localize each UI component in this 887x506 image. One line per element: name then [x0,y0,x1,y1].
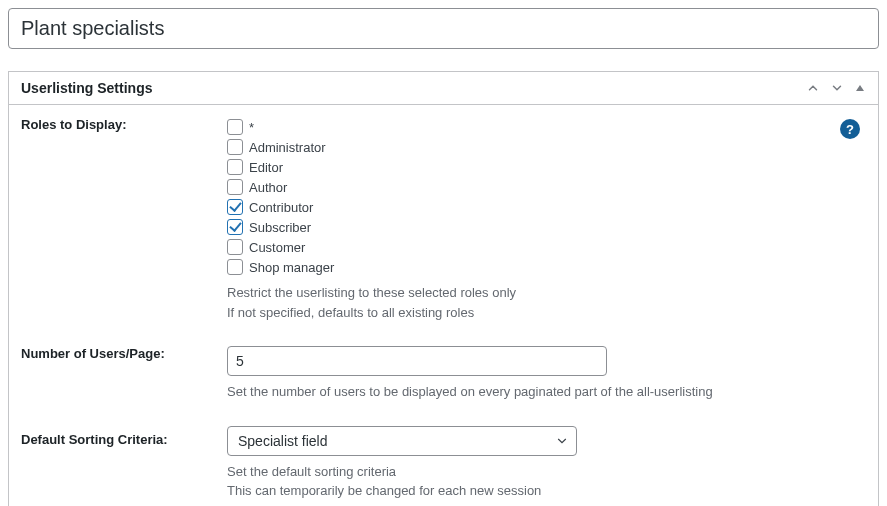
role-item: Subscriber [227,217,866,237]
role-item: * [227,117,866,137]
chevron-up-icon[interactable] [806,81,820,95]
panel-title: Userlisting Settings [21,80,806,96]
role-label[interactable]: Customer [249,240,305,255]
role-item: Contributor [227,197,866,217]
svg-marker-0 [856,85,864,91]
role-item: Administrator [227,137,866,157]
roles-hint-line1: Restrict the userlisting to these select… [227,285,516,300]
role-checkbox-editor[interactable] [227,159,243,175]
roles-content: * Administrator Editor Author Contributo… [227,117,866,322]
role-label[interactable]: Subscriber [249,220,311,235]
role-label[interactable]: Contributor [249,200,313,215]
role-item: Author [227,177,866,197]
title-box: Plant specialists [8,8,879,49]
sorting-row: Default Sorting Criteria: Specialist fie… [21,426,866,501]
sorting-hint-line2: This can temporarily be changed for each… [227,483,541,498]
chevron-down-icon[interactable] [830,81,844,95]
role-checkbox-all[interactable] [227,119,243,135]
sorting-select-wrap: Specialist field [227,426,577,456]
panel-body: ? Roles to Display: * Administrator Edit… [9,105,878,501]
settings-panel: Userlisting Settings ? Roles to Display:… [8,71,879,506]
per-page-hint: Set the number of users to be displayed … [227,382,866,402]
collapse-triangle-icon[interactable] [854,82,866,94]
roles-row: Roles to Display: * Administrator Editor… [21,117,866,322]
roles-hint: Restrict the userlisting to these select… [227,283,866,322]
role-checkbox-administrator[interactable] [227,139,243,155]
sorting-select[interactable]: Specialist field [227,426,577,456]
role-item: Editor [227,157,866,177]
role-checkbox-author[interactable] [227,179,243,195]
role-label[interactable]: Shop manager [249,260,334,275]
role-label[interactable]: Author [249,180,287,195]
role-checkbox-contributor[interactable] [227,199,243,215]
roles-hint-line2: If not specified, defaults to all existi… [227,305,474,320]
roles-label: Roles to Display: [21,117,227,132]
role-checkbox-shop-manager[interactable] [227,259,243,275]
page-title: Plant specialists [21,17,164,39]
role-label[interactable]: Editor [249,160,283,175]
help-icon[interactable]: ? [840,119,860,139]
sorting-label: Default Sorting Criteria: [21,426,227,447]
role-checkbox-subscriber[interactable] [227,219,243,235]
role-item: Customer [227,237,866,257]
panel-header: Userlisting Settings [9,72,878,105]
sorting-hint: Set the default sorting criteria This ca… [227,462,866,501]
role-item: Shop manager [227,257,866,277]
sorting-content: Specialist field Set the default sorting… [227,426,866,501]
role-checkbox-customer[interactable] [227,239,243,255]
per-page-input[interactable] [227,346,607,376]
role-label[interactable]: Administrator [249,140,326,155]
per-page-row: Number of Users/Page: Set the number of … [21,346,866,402]
sorting-hint-line1: Set the default sorting criteria [227,464,396,479]
per-page-label: Number of Users/Page: [21,346,227,361]
per-page-content: Set the number of users to be displayed … [227,346,866,402]
role-label[interactable]: * [249,120,254,135]
panel-header-icons [806,81,866,95]
